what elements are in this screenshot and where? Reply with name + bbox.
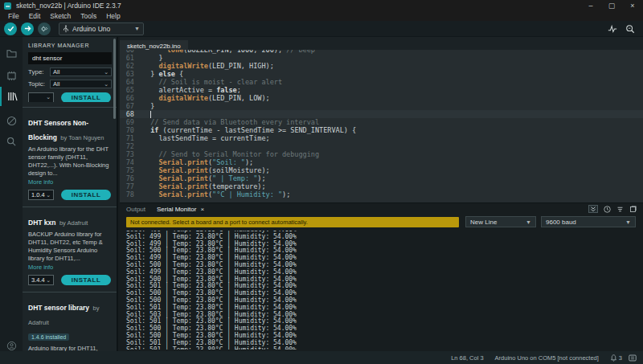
library-scrollbar[interactable] [113,39,116,119]
menu-help[interactable]: Help [101,12,125,20]
code-line-75: 75 Serial.print(soilMoisture); [120,166,643,174]
cursor-position[interactable]: Ln 68, Col 3 [451,354,483,362]
library-item: DHT Sensors Non-Blocking by Toan NguyenA… [23,107,117,207]
notifications-button[interactable]: 3 [610,354,622,362]
baud-rate-select[interactable]: 9600 baud ▼ [541,216,636,227]
code-editor[interactable]: sketch_nov22b.ino 60 tone(BUZZER_PIN, 10… [120,37,643,202]
bottom-tab-bar: Output Serial Monitor × [120,203,643,215]
line-number: 72 [120,142,142,150]
chevron-down-icon: ⌄ [104,69,109,76]
code-line-63: 63 } else { [120,70,643,78]
line-number: 66 [120,94,142,102]
folder-icon [6,49,17,58]
search-icon [6,137,16,146]
library-search-input[interactable] [28,52,112,64]
serial-lines: Soil: 499 | Temp: 23.80°C | Humidity: 54… [126,231,643,350]
chevron-down-icon: ⌄ [104,81,109,88]
verify-button[interactable] [4,22,17,35]
board-selector-label: Arduino Uno [72,25,110,33]
menu-sketch[interactable]: Sketch [45,12,76,20]
board-icon[interactable] [629,354,637,362]
library-author: by Toan Nguyen [60,134,104,141]
serial-monitor-controls: Not connected. Select a board and a port… [120,215,643,228]
serial-line: Soil: 501 | Temp: 23.80°C | Humidity: 54… [126,347,643,350]
code-line-76: 76 Serial.print(" | Temp: "); [120,174,643,182]
code-line-66: 66 digitalWrite(LED_PIN, LOW); [120,94,643,102]
menu-edit[interactable]: Edit [24,12,46,20]
toolbar: Arduino Uno ▼ [0,21,643,37]
sidebar-item-search[interactable] [0,132,23,151]
panel-title: LIBRARY MANAGER [28,43,117,48]
code-area[interactable]: 60 tone(BUZZER_PIN, 1000, 200); // beep6… [120,50,643,202]
code-line-72: 72 [120,142,643,150]
close-icon[interactable]: × [622,0,643,11]
new-window-icon[interactable] [629,206,637,213]
debug-icon [40,25,48,33]
serial-output[interactable]: Soil: 499 | Temp: 23.80°C | Humidity: 54… [120,231,643,350]
topic-filter-select[interactable]: All ⌄ [50,80,112,88]
line-number: 61 [120,54,142,62]
code-line-65: 65 alertActive = false; [120,86,643,94]
version-select[interactable]: 3.4.4⌄ [28,275,54,285]
close-icon[interactable]: × [200,206,204,213]
arduino-app-icon: ∞ [4,2,11,10]
version-select[interactable]: ⌄ [28,92,54,102]
library-name: DHT kxn [28,219,55,227]
topic-filter-label: Topic: [28,80,50,88]
line-number: 70 [120,126,142,134]
line-number: 75 [120,166,142,174]
code-line-68: 68 [120,110,643,118]
code-line-73: 73 // Send to Serial Monitor for debuggi… [120,150,643,158]
upload-button[interactable] [21,22,34,35]
books-icon [7,92,18,101]
library-description: Arduino library for DHT11, DHT22, etc Te… [28,345,112,351]
chevron-down-icon: ▼ [134,26,140,31]
install-button[interactable]: INSTALL [61,92,111,102]
menu-tools[interactable]: Tools [76,12,101,20]
sidebar-item-library-manager[interactable] [0,87,23,106]
code-line-69: 69 // Send data via Bluetooth every inte… [120,118,643,126]
sidebar-item-sketchbook[interactable] [0,43,23,63]
collapse-panel-button[interactable] [588,205,598,213]
more-info-link[interactable]: More info [28,178,112,186]
board-selector[interactable]: Arduino Uno ▼ [59,22,144,35]
line-number: 68 [120,110,142,118]
arduino-ide-window: ∞ sketch_nov22b | Arduino IDE 2.3.7 – ▢ … [0,0,643,364]
sidebar-item-debug[interactable] [0,111,23,130]
version-select[interactable]: 1.0.4⌄ [28,190,54,200]
tab-output[interactable]: Output [126,206,145,213]
sidebar-item-boards-manager[interactable] [0,66,23,85]
install-button[interactable]: INSTALL [61,190,111,200]
minimize-icon[interactable]: – [580,0,601,11]
maximize-icon[interactable]: ▢ [601,0,622,11]
line-number: 77 [120,182,142,190]
line-ending-select[interactable]: New Line ▼ [465,216,536,227]
library-item: DHT kxn by AdafruitBACKUP Arduino librar… [23,207,117,292]
library-description: An Arduino library for the DHT sensor fa… [28,145,112,178]
not-connected-warning: Not connected. Select a board and a port… [126,217,459,227]
library-name: DHT sensor library [28,304,89,312]
code-line-67: 67 } [120,102,643,110]
debug-button[interactable] [38,22,51,35]
library-item: DHT sensor library by Adafruit1.4.6 inst… [23,292,117,351]
code-lines: 60 tone(BUZZER_PIN, 1000, 200); // beep6… [120,50,643,198]
line-number: 62 [120,62,142,70]
bell-icon [610,354,617,362]
library-description: BACKUP Arduino library for DHT11, DHT22,… [28,231,112,263]
timestamp-clock-icon[interactable] [604,206,611,213]
window-title: sketch_nov22b | Arduino IDE 2.3.7 [16,2,121,10]
board-status[interactable]: Arduino Uno on COM5 [not connected] [495,354,599,362]
more-info-link[interactable]: More info [28,264,112,271]
serial-monitor-icon[interactable] [625,24,635,34]
serial-plotter-icon[interactable] [608,24,617,34]
install-button[interactable]: INSTALL [61,275,111,285]
chevron-down-icon: ⌄ [46,277,51,284]
tab-serial-monitor[interactable]: Serial Monitor × [157,206,204,213]
type-filter-select[interactable]: All ⌄ [50,67,112,76]
code-line-71: 71 lastSendTime = currentTime; [120,134,643,142]
installed-badge: 1.4.6 installed [28,333,69,341]
code-line-61: 61 } [120,54,643,62]
type-filter-label: Type: [28,68,50,76]
menu-file[interactable]: File [3,12,24,20]
clear-output-icon[interactable] [616,206,624,213]
